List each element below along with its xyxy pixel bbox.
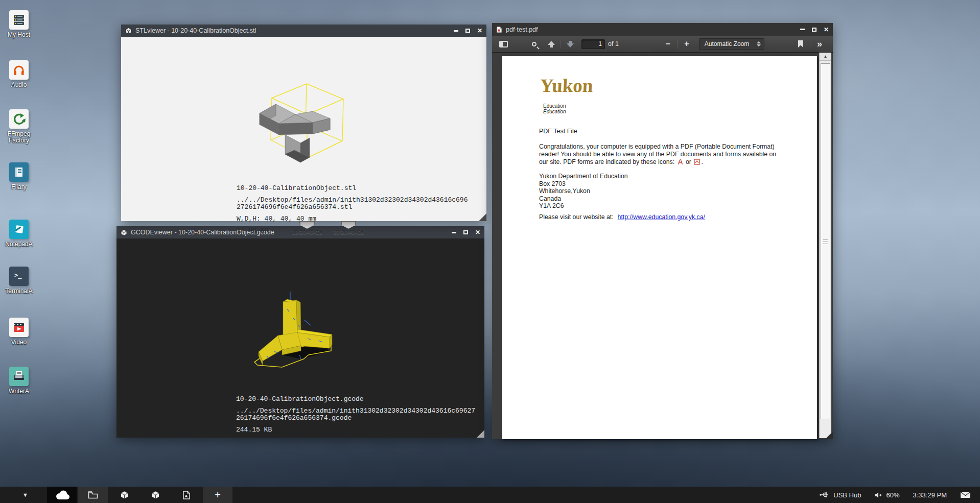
desktop-icon-terminala[interactable]: >_ TerminalA	[4, 267, 34, 295]
taskbar-collapse-button[interactable]: ▼	[22, 487, 28, 503]
address-line: Box 2703	[539, 180, 628, 188]
desktop-icon-audio[interactable]: Audio	[4, 60, 34, 88]
svg-text:A: A	[185, 494, 188, 498]
desktop-icon-label: Audio	[4, 82, 34, 88]
desktop-icon-my-host[interactable]: My Host	[4, 10, 34, 38]
paragraph-line: our site. PDF forms are indicated by the…	[539, 158, 776, 167]
usb-status[interactable]: USB Hub	[819, 491, 861, 499]
desktop-icon-label: Filary	[4, 184, 34, 190]
usb-label: USB Hub	[833, 491, 861, 499]
yukon-logo: Yukon	[540, 75, 594, 97]
desktop-icon-writera[interactable]: WriterA	[4, 367, 34, 395]
resize-grip[interactable]	[477, 430, 484, 438]
volume-status[interactable]: 60%	[874, 491, 899, 499]
address-block: Yukon Department of Education Box 2703 W…	[539, 173, 628, 210]
gcodeviewer-window: GCODEviewer - 10-20-40-CalibrationObject…	[116, 226, 484, 438]
pdf-page: Yukon Education Éducation PDF Test File …	[502, 56, 817, 439]
maximize-button[interactable]	[465, 29, 470, 33]
adobe-reader-icon	[678, 159, 683, 167]
envelope-icon[interactable]	[960, 491, 971, 498]
taskbar-files-button[interactable]	[78, 487, 108, 503]
taskbar-gcodeviewer-button[interactable]	[141, 487, 170, 503]
headphones-icon	[9, 60, 29, 80]
clock[interactable]: 3:33:29 PM	[913, 491, 947, 499]
pdf-viewer-window: A pdf-test.pdf ✕ of 1 − + Automatic Zoom	[492, 23, 833, 439]
stl-file-info: 10-20-40-CalibrationObject.stl ../../Des…	[237, 185, 468, 234]
taskbar-cloud-button[interactable]	[47, 487, 77, 503]
document-paragraph: Congratulations, your computer is equipp…	[539, 143, 776, 167]
volume-icon	[874, 492, 882, 498]
zoom-level-select[interactable]: Automatic Zoom	[699, 38, 764, 50]
desktop-icon-label: TerminalA	[4, 288, 34, 295]
close-icon[interactable]: ✕	[477, 28, 482, 33]
resize-grip[interactable]	[825, 432, 833, 439]
cube-icon	[121, 229, 127, 236]
sidebar-toggle-button[interactable]	[497, 38, 509, 50]
maximize-button[interactable]	[812, 28, 816, 32]
website-link[interactable]: http://www.education.gov.yk.ca/	[618, 213, 705, 221]
address-line: Yukon Department of Education	[539, 173, 628, 180]
desktop-icon-label: NotepadA	[4, 241, 34, 248]
search-button[interactable]	[528, 38, 540, 50]
gcode-viewport[interactable]: 10-20-40-CalibrationObject.gcode ../../D…	[116, 238, 484, 438]
stlviewer-titlebar[interactable]: STLviewer - 10-20-40-CalibrationObject.s…	[121, 25, 486, 37]
pdf-toolbar: of 1 − + Automatic Zoom »	[492, 36, 833, 53]
zoom-in-button[interactable]: +	[681, 38, 693, 50]
scrollbar-thumb[interactable]	[821, 63, 830, 419]
taskbar-new-window-button[interactable]: +	[203, 487, 232, 503]
stl-viewport[interactable]: 10-20-40-CalibrationObject.stl ../../Des…	[121, 37, 486, 221]
visit-line: Please visit our website at:http://www.e…	[539, 213, 705, 221]
desktop-icon-label: My Host	[4, 32, 34, 38]
previous-page-button[interactable]	[545, 38, 557, 50]
desktop-icon-notepada[interactable]: NotepadA	[4, 220, 34, 248]
page-number-input[interactable]	[581, 39, 605, 49]
zoom-out-button[interactable]: −	[662, 38, 674, 50]
stlviewer-window: STLviewer - 10-20-40-CalibrationObject.s…	[121, 25, 486, 221]
paragraph-line: Congratulations, your computer is equipp…	[539, 143, 776, 151]
pdf-titlebar[interactable]: A pdf-test.pdf ✕	[492, 23, 833, 36]
taskbar: ▼	[0, 487, 980, 503]
cube-icon	[125, 28, 132, 34]
desktop-icon-ffmpeg-factory[interactable]: FFmpeg Factory	[4, 109, 34, 144]
gcode-path-line2: 26174696f6e4f626a656374.gcode	[236, 415, 475, 422]
close-icon[interactable]: ✕	[475, 230, 480, 235]
stl-path-line1: ../../Desktop/files/admin/inith31302d323…	[237, 197, 468, 204]
stl-filename: 10-20-40-CalibrationObject.stl	[237, 185, 468, 192]
cube-icon	[120, 491, 129, 499]
gcode-model	[250, 290, 368, 381]
resize-grip[interactable]	[479, 213, 486, 221]
stl-model	[245, 73, 358, 170]
close-icon[interactable]: ✕	[824, 27, 829, 32]
desktop-icon-filary[interactable]: Filary	[4, 162, 34, 190]
pdf-file-icon: A	[496, 26, 502, 33]
recycle-arrows-icon	[9, 109, 29, 129]
select-arrows-icon	[757, 41, 761, 46]
stl-path-line2: 2726174696f6e4f626a656374.stl	[237, 204, 468, 211]
desktop-icon-video[interactable]: Video	[4, 318, 34, 346]
window-title: pdf-test.pdf	[506, 26, 538, 33]
address-line: Whitehorse,Yukon	[539, 187, 628, 195]
minimize-button[interactable]	[800, 29, 805, 30]
paragraph-or: or	[686, 158, 691, 165]
bookmark-button[interactable]	[795, 38, 807, 50]
gcode-path-line1: ../../Desktop/files/admin/inith31302d323…	[236, 408, 475, 415]
paragraph-period: .	[701, 158, 703, 165]
next-page-button[interactable]	[564, 38, 576, 50]
pdf-scrollbar[interactable]: ▲	[819, 53, 831, 438]
minimize-button[interactable]	[454, 30, 458, 32]
scrollbar-up-button[interactable]: ▲	[820, 53, 831, 61]
taskbar-stlviewer-button[interactable]	[109, 487, 139, 503]
gcode-file-info: 10-20-40-CalibrationObject.gcode ../../D…	[236, 396, 475, 434]
desktop: My Host Audio FFmpeg Factory	[0, 0, 980, 503]
paragraph-line-text: our site. PDF forms are indicated by the…	[539, 158, 674, 165]
toolbar-overflow-button[interactable]: »	[813, 38, 826, 50]
logo-education-fr: Éducation	[543, 109, 566, 114]
gcode-filename: 10-20-40-CalibrationObject.gcode	[236, 396, 475, 403]
taskbar-pdf-button[interactable]: A	[172, 487, 201, 503]
pdf-form-icon	[694, 159, 700, 167]
pdf-content-area[interactable]: Yukon Education Éducation PDF Test File …	[492, 53, 833, 439]
visit-text: Please visit our website at:	[539, 213, 614, 221]
document-heading: PDF Test File	[539, 128, 577, 135]
server-icon	[9, 10, 29, 30]
pdf-file-icon: A	[183, 491, 190, 499]
